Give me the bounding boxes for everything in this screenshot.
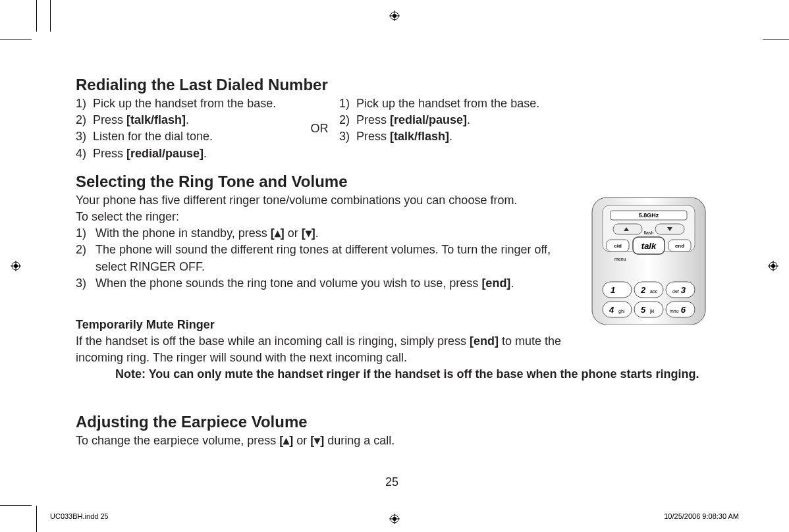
redial-columns: 1)Pick up the handset from the base.2)Pr… [76,95,708,162]
list-item: 2)Press [redial/pause]. [339,112,603,128]
redial-steps-left: 1)Pick up the handset from the base.2)Pr… [76,95,300,162]
earpiece-text: To change the earpiece volume, press [▴]… [76,433,708,449]
heading-ringtone: Selecting the Ring Tone and Volume [76,173,708,191]
crop-mark [36,0,37,32]
list-item: 3)Press [talk/flash]. [339,128,603,145]
svg-rect-40 [603,302,632,317]
list-item: 3)Listen for the dial tone. [76,128,300,145]
crop-mark [36,506,37,532]
svg-text:6: 6 [681,305,686,315]
heading-mute: Temporarily Mute Ringer [76,318,576,332]
list-item: 1)Pick up the handset from the base. [76,95,300,112]
svg-text:jkl: jkl [649,309,655,314]
heading-redial: Redialing the Last Dialed Number [76,76,708,94]
page-content: Redialing the Last Dialed Number 1)Pick … [76,76,708,450]
svg-text:5.8GHz: 5.8GHz [639,212,659,219]
svg-text:1: 1 [611,285,615,295]
registration-mark-icon [768,261,778,271]
svg-text:menu: menu [614,257,626,261]
svg-text:cid: cid [614,243,622,249]
footer-filename: UC033BH.indd 25 [50,512,109,520]
registration-mark-icon [11,261,21,271]
ringtone-intro-1: Your phone has five different ringer ton… [76,192,576,209]
handset-illustration: 5.8GHz flash cid talk end menu 1 2 [589,196,708,325]
crop-mark [0,40,32,40]
svg-text:talk: talk [641,241,657,251]
svg-rect-43 [634,302,663,317]
svg-text:mno: mno [670,309,679,313]
svg-rect-34 [634,282,663,298]
ringtone-steps: 1)With the phone in standby, press [▴] o… [76,225,576,292]
svg-text:abc: abc [650,289,658,294]
list-item: 2)The phone will sound the different rin… [76,242,576,275]
list-item: 1)With the phone in standby, press [▴] o… [76,225,576,242]
or-separator: OR [300,95,339,136]
ringtone-section: Your phone has five different ringer ton… [76,192,708,367]
mute-note: Note: You can only mute the handset ring… [115,366,708,383]
heading-earpiece: Adjusting the Earpiece Volume [76,413,708,431]
svg-rect-32 [603,282,632,298]
svg-text:5: 5 [641,305,646,315]
list-item: 3)When the phone sounds the ring tone an… [76,275,576,292]
svg-text:2: 2 [640,285,646,295]
page-number: 25 [76,475,708,489]
svg-text:flash: flash [644,230,654,235]
svg-text:ghi: ghi [618,309,625,314]
crop-mark [50,0,51,32]
crop-mark [763,40,789,40]
svg-text:def: def [672,289,679,294]
crop-mark [0,505,32,506]
svg-text:3: 3 [681,285,686,295]
svg-text:end: end [675,243,684,249]
footer-timestamp: 10/25/2006 9:08:30 AM [664,512,739,520]
ringtone-intro-2: To select the ringer: [76,209,576,225]
registration-mark-icon [389,11,400,21]
print-footer: UC033BH.indd 25 10/25/2006 9:08:30 AM [50,512,739,520]
redial-steps-right: 1)Pick up the handset from the base.2)Pr… [339,95,603,146]
list-item: 4)Press [redial/pause]. [76,146,300,162]
svg-text:4: 4 [609,305,614,315]
list-item: 1)Pick up the handset from the base. [339,95,603,112]
list-item: 2)Press [talk/flash]. [76,112,300,128]
mute-text: If the handset is off the base while an … [76,333,576,366]
